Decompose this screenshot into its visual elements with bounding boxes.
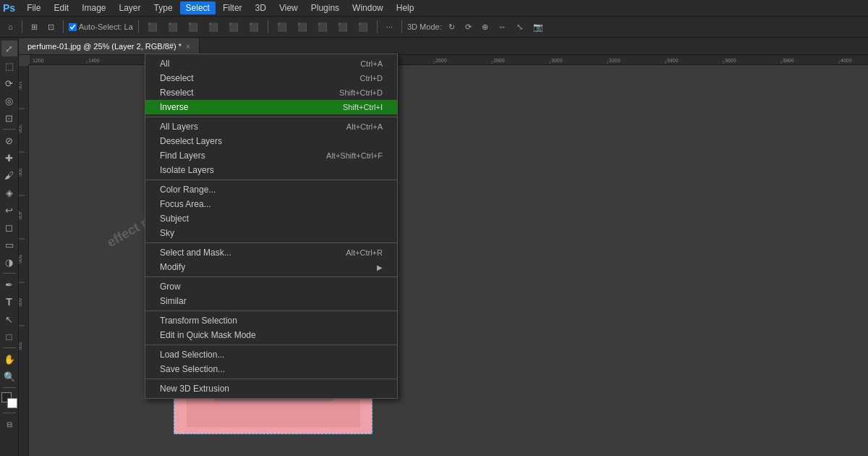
menu-item-all[interactable]: All Ctrl+A (145, 56, 397, 71)
menu-item-similar[interactable]: Similar (145, 294, 397, 308)
svg-text:1200: 1200 (33, 58, 44, 63)
menu-select[interactable]: Select (180, 1, 216, 14)
quick-select-tool[interactable]: ◎ (1, 93, 17, 109)
brush-tool[interactable]: 🖌 (1, 167, 17, 183)
menu-item-modify[interactable]: Modify ▶ (145, 260, 397, 274)
menu-plugins[interactable]: Plugins (305, 1, 345, 14)
align-left-button[interactable]: ⬛ (144, 21, 161, 33)
eraser-tool[interactable]: ◻ (1, 219, 17, 235)
svg-text:2600: 2600 (435, 58, 447, 63)
menu-file[interactable]: File (21, 1, 46, 14)
menu-item-quick-mask[interactable]: Edit in Quick Mask Mode (145, 328, 397, 342)
menu-item-sky[interactable]: Sky (145, 226, 397, 240)
align-top-button[interactable]: ⬛ (205, 21, 222, 33)
3d-camera-button[interactable]: 📷 (529, 21, 547, 33)
menu-item-reselect[interactable]: Reselect Shift+Ctrl+D (145, 85, 397, 100)
align-center-h-button[interactable]: ⬛ (164, 21, 182, 33)
menu-type[interactable]: Type (148, 1, 179, 14)
menu-edit[interactable]: Edit (48, 1, 75, 14)
document-tab[interactable]: perfume-01.jpg @ 25% (Layer 2, RGB/8#) *… (19, 38, 200, 54)
gradient-tool[interactable]: ▭ (1, 237, 17, 253)
3d-roll-button[interactable]: ⟳ (461, 21, 475, 33)
arrange-button[interactable]: ⊞ (27, 21, 41, 33)
menu-item-deselect-layers[interactable]: Deselect Layers (145, 134, 397, 148)
crop-tool[interactable]: ⊡ (1, 110, 17, 126)
shape-tool[interactable]: □ (1, 329, 17, 345)
tab-close-button[interactable]: × (186, 43, 190, 51)
pen-tool[interactable]: ✒ (1, 276, 17, 292)
menu-item-save-selection-label: Save Selection... (160, 364, 225, 374)
menu-item-inverse[interactable]: Inverse Shift+Ctrl+I (145, 100, 397, 114)
tab-label: perfume-01.jpg @ 25% (Layer 2, RGB/8#) * (27, 42, 182, 51)
menu-item-find-layers-shortcut: Alt+Shift+Ctrl+F (326, 151, 383, 160)
lasso-tool[interactable]: ⟳ (1, 75, 17, 91)
menu-window[interactable]: Window (346, 1, 389, 14)
align-bottom-button[interactable]: ⬛ (245, 21, 263, 33)
quick-mask-toggle[interactable]: ⊟ (1, 416, 17, 432)
zoom-tool[interactable]: 🔍 (1, 368, 17, 384)
3d-rotate-button[interactable]: ↻ (445, 21, 459, 33)
menu-item-color-range[interactable]: Color Range... (145, 182, 397, 197)
healing-tool[interactable]: ✚ (1, 150, 17, 166)
3d-mode-label: 3D Mode: (407, 22, 442, 31)
type-tool[interactable]: T (1, 294, 17, 310)
menu-item-focus-area[interactable]: Focus Area... (145, 197, 397, 211)
auto-select-checkbox[interactable] (69, 23, 77, 31)
3d-slide-button[interactable]: ↔ (495, 21, 510, 33)
svg-text:3600: 3600 (725, 58, 736, 63)
menu-item-all-label: All (160, 59, 169, 69)
dodge-tool[interactable]: ◑ (1, 254, 17, 270)
menu-3d[interactable]: 3D (250, 1, 272, 14)
path-selection-tool[interactable]: ↖ (1, 311, 17, 327)
menu-item-find-layers[interactable]: Find Layers Alt+Shift+Ctrl+F (145, 148, 397, 163)
main-area: ⤢ ⬚ ⟳ ◎ ⊡ ⊘ ✚ 🖌 ◈ ↩ ◻ ▭ ◑ ✒ T ↖ □ ✋ 🔍 ⊟ (0, 38, 868, 456)
menu-item-grow[interactable]: Grow (145, 279, 397, 294)
menu-item-deselect-label: Deselect (160, 73, 194, 83)
3d-drag-button[interactable]: ⊕ (478, 21, 492, 33)
menu-item-deselect[interactable]: Deselect Ctrl+D (145, 71, 397, 85)
distribute4-button[interactable]: ⬛ (334, 21, 352, 33)
align-center-v-button[interactable]: ⬛ (225, 21, 242, 33)
menu-help[interactable]: Help (391, 1, 420, 14)
svg-text:100: 100 (19, 81, 22, 90)
hand-tool[interactable]: ✋ (1, 351, 17, 367)
more-options-button[interactable]: ··· (383, 21, 396, 33)
align-right-button[interactable]: ⬛ (184, 21, 202, 33)
menu-image[interactable]: Image (76, 1, 111, 14)
snap-button[interactable]: ⊡ (44, 21, 58, 33)
clone-tool[interactable]: ◈ (1, 185, 17, 200)
ps-logo: Ps (3, 2, 15, 14)
menu-item-all-shortcut: Ctrl+A (360, 59, 383, 68)
menu-item-save-selection[interactable]: Save Selection... (145, 362, 397, 376)
menu-layer[interactable]: Layer (114, 1, 147, 14)
menu-item-isolate-layers[interactable]: Isolate Layers (145, 163, 397, 177)
foreground-color[interactable] (1, 392, 17, 408)
menu-item-new-3d-extrusion[interactable]: New 3D Extrusion (145, 381, 397, 396)
canvas-area[interactable]: perfume-01.jpg @ 25% (Layer 2, RGB/8#) *… (19, 38, 868, 456)
menu-item-new-3d-extrusion-label: New 3D Extrusion (160, 384, 229, 394)
distribute5-button[interactable]: ⬛ (354, 21, 372, 33)
svg-text:300: 300 (19, 168, 22, 177)
3d-scale-button[interactable]: ⤡ (513, 21, 527, 33)
menu-item-load-selection[interactable]: Load Selection... (145, 347, 397, 362)
menu-item-all-layers[interactable]: All Layers Alt+Ctrl+A (145, 119, 397, 134)
move-tool[interactable]: ⤢ (1, 41, 17, 56)
svg-text:3400: 3400 (667, 58, 678, 63)
svg-text:3200: 3200 (609, 58, 621, 63)
menu-item-select-mask[interactable]: Select and Mask... Alt+Ctrl+R (145, 245, 397, 260)
distribute2-button[interactable]: ⬛ (294, 21, 311, 33)
menu-item-subject[interactable]: Subject (145, 211, 397, 226)
left-tools-panel: ⤢ ⬚ ⟳ ◎ ⊡ ⊘ ✚ 🖌 ◈ ↩ ◻ ▭ ◑ ✒ T ↖ □ ✋ 🔍 ⊟ (0, 38, 19, 456)
menu-filter[interactable]: Filter (217, 1, 248, 14)
marquee-tool[interactable]: ⬚ (1, 58, 17, 74)
distribute-button[interactable]: ⬛ (273, 21, 291, 33)
select-dropdown-menu[interactable]: All Ctrl+A Deselect Ctrl+D Reselect Shif… (145, 54, 398, 399)
eyedropper-tool[interactable]: ⊘ (1, 132, 17, 148)
home-button[interactable]: ⌂ (4, 21, 17, 33)
menu-item-transform-selection[interactable]: Transform Selection (145, 313, 397, 328)
separator-5 (145, 311, 397, 311)
distribute3-button[interactable]: ⬛ (314, 21, 331, 33)
separator-4 (145, 276, 397, 277)
menu-view[interactable]: View (273, 1, 304, 14)
history-brush-tool[interactable]: ↩ (1, 202, 17, 218)
